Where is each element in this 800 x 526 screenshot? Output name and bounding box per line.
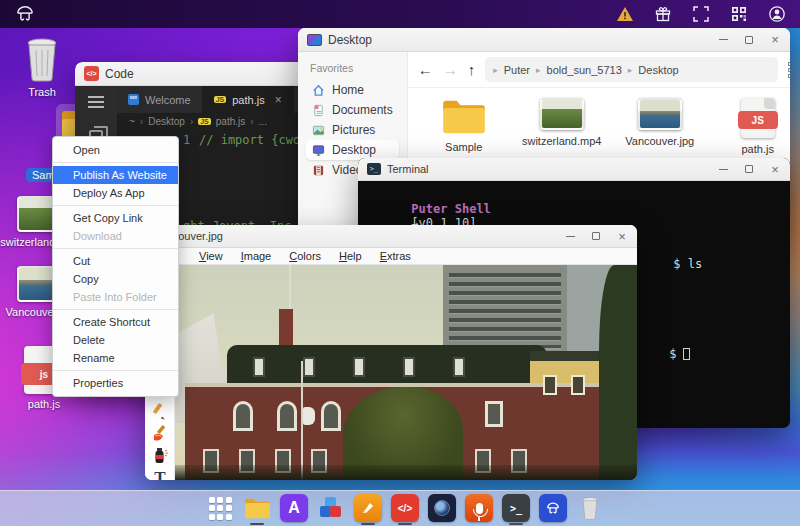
- brush-tool-icon[interactable]: [150, 425, 170, 443]
- menu-item-publish-as-website[interactable]: Publish As Website: [53, 166, 178, 184]
- breadcrumb-item[interactable]: Desktop: [638, 64, 678, 76]
- menu-item-properties[interactable]: Properties: [53, 374, 178, 392]
- menu-separator: [53, 248, 178, 249]
- taskbar-paint[interactable]: [354, 494, 382, 522]
- up-button[interactable]: ↑: [468, 61, 476, 78]
- photo-tree: [599, 265, 637, 480]
- photo-window: [543, 375, 557, 395]
- menu-icon[interactable]: [88, 96, 104, 108]
- menu-item-deploy-as-app[interactable]: Deploy As App: [53, 184, 178, 202]
- taskbar-terminal[interactable]: >_: [502, 494, 530, 522]
- breadcrumb-item[interactable]: Puter: [504, 64, 530, 76]
- tab-welcome[interactable]: Welcome: [117, 86, 203, 113]
- close-button[interactable]: ×: [769, 163, 781, 175]
- close-button[interactable]: ×: [616, 230, 628, 242]
- welcome-icon: [128, 94, 139, 105]
- fm-toolbar: ← → ↑ ▸ Puter ▸ bold_sun_5713 ▸ Desktop: [408, 52, 790, 88]
- menu-colors[interactable]: Colors: [289, 250, 321, 262]
- taskbar: A </> >_: [0, 490, 800, 526]
- desktop-app-icon: [307, 34, 322, 46]
- menu-item-get-copy-link[interactable]: Get Copy Link: [53, 209, 178, 227]
- forward-button[interactable]: →: [443, 61, 458, 78]
- breadcrumb-item[interactable]: path.js: [216, 116, 245, 127]
- taskbar-text-editor[interactable]: A: [280, 494, 308, 522]
- microphone-icon: [465, 494, 493, 522]
- launcher-grid-icon: [209, 497, 232, 520]
- sidebar-label: Documents: [332, 103, 393, 117]
- puter-logo-icon: [539, 494, 567, 522]
- menu-image[interactable]: Image: [241, 250, 272, 262]
- terminal-titlebar[interactable]: >_ Terminal ×: [358, 158, 790, 181]
- close-tab-icon[interactable]: ×: [275, 93, 282, 107]
- breadcrumb-item[interactable]: Desktop: [148, 116, 185, 127]
- menu-item-download[interactable]: Download: [53, 227, 178, 245]
- minimize-button[interactable]: [717, 34, 729, 46]
- taskbar-trash[interactable]: [576, 494, 604, 522]
- back-button[interactable]: ←: [418, 61, 433, 78]
- menu-item-paste-into-folder[interactable]: Paste Into Folder: [53, 288, 178, 306]
- fm-titlebar[interactable]: Desktop ×: [298, 28, 790, 52]
- tab-label: Welcome: [145, 94, 191, 106]
- documents-icon: [312, 104, 325, 117]
- video-thumbnail: [540, 98, 584, 130]
- qr-code-icon[interactable]: [730, 5, 748, 23]
- maximize-button[interactable]: [743, 163, 755, 175]
- window-title: Terminal: [387, 163, 429, 175]
- desktop-icon-trash[interactable]: Trash: [16, 36, 68, 98]
- context-menu: Open Publish As Website Deploy As App Ge…: [52, 136, 179, 397]
- minimize-button[interactable]: [717, 163, 729, 175]
- menu-separator: [53, 162, 178, 163]
- taskbar-app-launcher[interactable]: [206, 494, 234, 522]
- terminal-cursor: [683, 348, 690, 360]
- fullscreen-icon[interactable]: [692, 5, 710, 23]
- menu-help[interactable]: Help: [339, 250, 362, 262]
- warning-icon[interactable]: [616, 5, 634, 23]
- puter-logo-icon[interactable]: [14, 4, 36, 24]
- photo-window: [321, 401, 341, 431]
- ink-tool-icon[interactable]: [150, 447, 170, 465]
- menu-item-delete[interactable]: Delete: [53, 331, 178, 349]
- taskbar-puter[interactable]: [539, 494, 567, 522]
- sidebar-item-documents[interactable]: Documents: [306, 100, 399, 120]
- photo-foreground: [175, 465, 637, 480]
- menu-item-cut[interactable]: Cut: [53, 252, 178, 270]
- account-icon[interactable]: [768, 5, 786, 23]
- menu-item-copy[interactable]: Copy: [53, 270, 178, 288]
- image-thumbnail: [638, 98, 682, 130]
- home-icon: [312, 84, 325, 97]
- text-editor-icon: A: [280, 494, 308, 522]
- sidebar-item-desktop[interactable]: Desktop: [306, 140, 399, 160]
- viewer-menubar: View Image Colors Help Extras: [175, 248, 637, 265]
- minimize-button[interactable]: [564, 230, 576, 242]
- breadcrumb[interactable]: ▸ Puter ▸ bold_sun_5713 ▸ Desktop: [485, 57, 778, 82]
- sidebar-item-home[interactable]: Home: [306, 80, 399, 100]
- grid-view-icon[interactable]: [788, 62, 790, 78]
- gift-icon[interactable]: [654, 5, 672, 23]
- taskbar-camera[interactable]: [428, 494, 456, 522]
- desktop-icon: [312, 144, 325, 157]
- taskbar-code[interactable]: </>: [391, 494, 419, 522]
- menu-item-create-shortcut[interactable]: Create Shortcut: [53, 313, 178, 331]
- line-number: 1: [183, 133, 190, 147]
- menu-extras[interactable]: Extras: [380, 250, 411, 262]
- tab-pathjs[interactable]: JS path.js ×: [203, 86, 294, 113]
- sidebar-label: Pictures: [332, 123, 375, 137]
- taskbar-files[interactable]: [243, 494, 271, 522]
- pencil-tool-icon[interactable]: [150, 403, 170, 421]
- menu-item-rename[interactable]: Rename: [53, 349, 178, 367]
- breadcrumb-item[interactable]: ~: [129, 116, 135, 127]
- image-viewer-window: Vancouver.jpg × View Image Colors Help E…: [145, 225, 637, 480]
- taskbar-app-center[interactable]: [317, 494, 345, 522]
- maximize-button[interactable]: [590, 230, 602, 242]
- close-button[interactable]: ×: [769, 34, 781, 46]
- menu-view[interactable]: View: [199, 250, 223, 262]
- breadcrumb-item[interactable]: bold_sun_5713: [547, 64, 622, 76]
- sidebar-item-pictures[interactable]: Pictures: [306, 120, 399, 140]
- viewer-titlebar[interactable]: Vancouver.jpg ×: [145, 225, 637, 248]
- text-tool-icon[interactable]: T: [150, 469, 170, 480]
- menu-item-open[interactable]: Open: [53, 141, 178, 159]
- breadcrumb-item: ...: [259, 116, 267, 127]
- paint-icon: [354, 494, 382, 522]
- taskbar-recorder[interactable]: [465, 494, 493, 522]
- maximize-button[interactable]: [743, 34, 755, 46]
